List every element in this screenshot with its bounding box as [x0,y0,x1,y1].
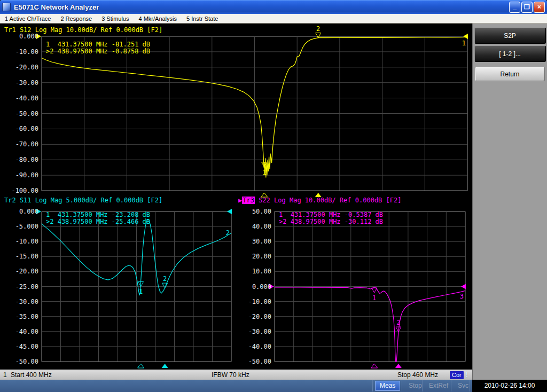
tr2-header[interactable]: Tr2 S11 Log Mag 5.000dB/ Ref 0.000dB [F2… [4,197,162,204]
tr2-scale-label: -40.00 [6,328,38,335]
tr2-scale-label: -5.000 [6,223,38,230]
menu-item-stimulus[interactable]: 3 Stimulus [97,14,134,23]
tr3-grid [275,211,465,362]
tr3-trace-number: 3 [460,293,464,300]
tr1-marker-2[interactable]: 2 [315,25,322,197]
start-frequency: Start 400 MHz [11,371,52,379]
system-indicator-meas: Meas [375,381,400,391]
softkey-return[interactable]: Return [475,67,545,81]
tr1-scale-label: 0.000 [6,33,38,40]
svg-text:1: 1 [139,288,143,295]
e5071c-window: E5071C Network Analyzer _❐× 1 Active Ch/… [0,0,547,392]
tr3-scale-label: -40.00 [239,343,271,350]
tr3-scale-label: -30.00 [239,328,271,335]
system-bar-separator [402,380,402,391]
status-bar: 1 Start 400 MHz IFBW 70 kHz Stop 460 MHz… [0,370,472,380]
tr3-scale-label: 0.000 [239,284,271,290]
svg-text:2: 2 [396,319,400,326]
tr1-scale-label: -20.00 [6,64,38,70]
menu-item-instr-state[interactable]: 5 Instr State [182,14,223,23]
window-controls: _❐× [509,2,545,13]
tr3-scale-label: 20.00 [239,253,271,260]
tr3-scale-label: -20.00 [239,313,271,320]
close-button[interactable]: × [534,2,545,13]
datetime-display: 2010-02-26 14:00 [472,380,547,392]
tr2-scale-label: -50.00 [6,358,38,365]
window-title: E5071C Network Analyzer [14,3,99,11]
tr1-grid [42,36,467,191]
tr2-scale-label: -10.00 [6,238,38,245]
tr1-scale-label: -90.00 [6,172,38,178]
warning-indicator: ! [466,371,468,379]
menu-bar: 1 Active Ch/Trace2 Response3 Stimulus4 M… [0,14,547,23]
tr3-scale-label: 40.00 [239,223,271,230]
softkey-1-2[interactable]: [ 1-2 ]... [474,45,546,62]
tr3-scale-label: 50.00 [239,208,271,215]
tr2-scale-label: -25.00 [6,284,38,290]
tr3-marker-1[interactable]: 1 [371,288,378,368]
menu-item-active-ch-trace[interactable]: 1 Active Ch/Trace [0,14,56,23]
tr1-scale-label: -10.00 [6,49,38,55]
tr2-marker-readout-2: >2 438.97500 MHz -25.466 dB [46,218,150,225]
tr1-scale-label: -30.00 [6,80,38,86]
tr2-trace-number: 2 [226,229,230,237]
channel-number: 1 [3,371,7,379]
tr3-header[interactable]: ▶Tr3 S22 Log Mag 10.00dB/ Ref 0.000dB [F… [238,197,401,204]
tr1-scale-label: -100.00 [6,187,38,194]
tr1-scale-label: -60.00 [6,126,38,132]
menu-item-response[interactable]: 2 Response [56,14,97,23]
system-indicator-stop: Stop [404,381,426,391]
system-bar: 2010-02-26 14:00 MeasStopExtRefSvc [0,380,547,392]
svg-text:2: 2 [163,275,167,283]
app-icon [2,3,11,11]
tr2-scale-label: -30.00 [6,299,38,305]
tr3-label: Tr3 [242,197,255,204]
restore-button[interactable]: ❐ [521,2,533,13]
tr3-marker-2[interactable]: 2 [395,319,402,368]
tr3-scale-label: 10.00 [239,268,271,275]
tr3-scale-label: 30.00 [239,238,271,245]
tr3-scale-label: -50.00 [239,358,271,365]
menu-item-mkr-analysis[interactable]: 4 Mkr/Analysis [134,14,182,23]
tr1-scale-label: -50.00 [6,111,38,117]
svg-text:1: 1 [262,169,266,176]
title-bar[interactable]: E5071C Network Analyzer _❐× [0,0,547,14]
graph-area: 121122123 Tr1 S12 Log Mag 10.00dB/ Ref 0… [0,23,472,370]
minimize-button[interactable]: _ [509,2,520,13]
tr1-marker-readout-2: >2 438.97500 MHz -0.8758 dB [46,48,150,55]
tr2-scale-label: -15.00 [6,253,38,260]
ifbw-readout: IFBW 70 kHz [212,371,249,379]
tr2-scale-label: -35.00 [6,313,38,320]
tr2-marker-2[interactable]: 2 [162,275,168,368]
tr2-marker-1[interactable]: 1 [138,281,144,368]
svg-text:2: 2 [316,25,320,33]
tr1-trace-number: 1 [462,40,466,47]
tr1-scale-label: -80.00 [6,156,38,163]
softkey-panel: S2P[ 1-2 ]...Return [472,23,547,380]
tr2-scale-label: -20.00 [6,268,38,275]
tr1-scale-label: -40.00 [6,95,38,101]
system-indicator-svc: Svc [454,381,473,391]
correction-badge: Cor [450,371,464,379]
tr3-format: S22 Log Mag 10.00dB/ Ref 0.000dB [F2] [255,197,402,204]
tr3-marker-readout-2: >2 438.97500 MHz -30.112 dB [279,218,383,225]
tr2-scale-label: -45.00 [6,343,38,350]
stop-frequency: Stop 460 MHz [397,371,438,379]
tr3-scale-label: -10.00 [239,299,271,305]
tr1-scale-label: -70.00 [6,141,38,147]
tr2-grid [42,211,231,362]
svg-text:1: 1 [372,294,376,302]
tr2-scale-label: 0.000 [6,208,38,215]
softkey-s2p[interactable]: S2P [474,27,546,44]
system-bar-separator [372,380,373,391]
system-indicator-extref: ExtRef [425,381,452,391]
